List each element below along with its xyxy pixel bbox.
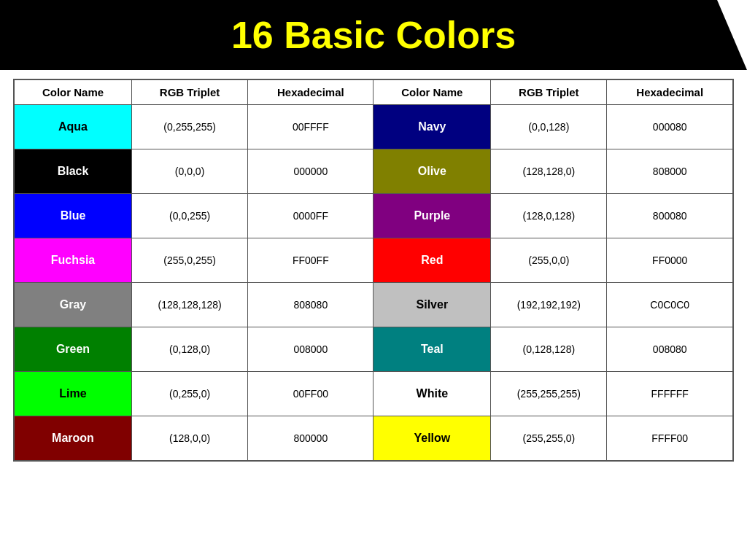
hex-left-4: 808080: [248, 283, 374, 327]
color-name-right-3: Red: [374, 238, 490, 282]
hex-left-7: 800000: [248, 416, 374, 462]
color-cell-left-6: Lime: [14, 372, 132, 416]
rgb-right-6: (255,255,255): [491, 372, 607, 416]
color-cell-right-4: Silver: [374, 283, 491, 327]
col-header-rgb-1: RGB Triplet: [132, 79, 248, 105]
color-cell-right-2: Purple: [374, 194, 491, 238]
col-header-color-name-1: Color Name: [14, 79, 132, 105]
color-name-right-4: Silver: [374, 283, 490, 327]
table-row: Gray(128,128,128)808080Silver(192,192,19…: [14, 283, 733, 327]
hex-right-0: 000080: [607, 105, 733, 149]
color-cell-right-6: White: [374, 372, 491, 416]
hex-left-6: 00FF00: [248, 372, 374, 416]
color-cell-left-3: Fuchsia: [14, 238, 132, 283]
rgb-right-7: (255,255,0): [491, 416, 607, 462]
table-row: Maroon(128,0,0)800000Yellow(255,255,0)FF…: [14, 416, 733, 462]
hex-left-1: 000000: [248, 149, 374, 194]
page-header: 16 Basic Colors: [0, 0, 747, 70]
rgb-left-0: (0,255,255): [132, 105, 248, 149]
rgb-left-5: (0,128,0): [132, 327, 248, 372]
rgb-right-3: (255,0,0): [491, 238, 607, 283]
table-row: Black(0,0,0)000000Olive(128,128,0)808000: [14, 149, 733, 194]
color-cell-left-4: Gray: [14, 283, 132, 327]
table-row: Blue(0,0,255)0000FFPurple(128,0,128)8000…: [14, 194, 733, 238]
color-name-right-2: Purple: [374, 194, 490, 238]
hex-right-6: FFFFFF: [607, 372, 733, 416]
color-name-right-5: Teal: [374, 327, 490, 371]
color-name-left-7: Maroon: [15, 416, 131, 460]
col-header-hex-1: Hexadecimal: [248, 79, 374, 105]
table-container: Color Name RGB Triplet Hexadecimal Color…: [0, 79, 747, 462]
hex-right-5: 008080: [607, 327, 733, 372]
col-header-rgb-2: RGB Triplet: [491, 79, 607, 105]
rgb-right-2: (128,0,128): [491, 194, 607, 238]
rgb-right-5: (0,128,128): [491, 327, 607, 372]
table-header-row: Color Name RGB Triplet Hexadecimal Color…: [14, 79, 733, 105]
rgb-left-4: (128,128,128): [132, 283, 248, 327]
rgb-right-4: (192,192,192): [491, 283, 607, 327]
color-name-left-0: Aqua: [15, 105, 131, 149]
rgb-right-0: (0,0,128): [491, 105, 607, 149]
table-row: Green(0,128,0)008000Teal(0,128,128)00808…: [14, 327, 733, 372]
color-cell-right-0: Navy: [374, 105, 491, 149]
color-cell-left-1: Black: [14, 149, 132, 194]
color-cell-left-2: Blue: [14, 194, 132, 238]
rgb-left-3: (255,0,255): [132, 238, 248, 283]
color-name-left-4: Gray: [15, 283, 131, 327]
hex-right-7: FFFF00: [607, 416, 733, 462]
colors-table: Color Name RGB Triplet Hexadecimal Color…: [13, 79, 734, 462]
table-row: Fuchsia(255,0,255)FF00FFRed(255,0,0)FF00…: [14, 238, 733, 283]
table-row: Lime(0,255,0)00FF00White(255,255,255)FFF…: [14, 372, 733, 416]
color-name-left-5: Green: [15, 327, 131, 371]
color-cell-left-0: Aqua: [14, 105, 132, 149]
color-name-left-3: Fuchsia: [15, 238, 131, 282]
rgb-left-2: (0,0,255): [132, 194, 248, 238]
hex-left-2: 0000FF: [248, 194, 374, 238]
hex-right-3: FF0000: [607, 238, 733, 283]
color-name-right-7: Yellow: [374, 416, 490, 460]
color-cell-right-1: Olive: [374, 149, 491, 194]
color-cell-right-5: Teal: [374, 327, 491, 372]
color-cell-right-7: Yellow: [374, 416, 491, 462]
col-header-hex-2: Hexadecimal: [607, 79, 733, 105]
table-row: Aqua(0,255,255)00FFFFNavy(0,0,128)000080: [14, 105, 733, 149]
color-name-left-1: Black: [15, 149, 131, 193]
color-name-left-2: Blue: [15, 194, 131, 238]
rgb-left-1: (0,0,0): [132, 149, 248, 194]
page-title: 16 Basic Colors: [231, 14, 516, 56]
hex-left-0: 00FFFF: [248, 105, 374, 149]
color-name-right-1: Olive: [374, 149, 490, 193]
color-cell-left-7: Maroon: [14, 416, 132, 462]
rgb-right-1: (128,128,0): [491, 149, 607, 194]
hex-right-2: 800080: [607, 194, 733, 238]
color-name-left-6: Lime: [15, 372, 131, 416]
rgb-left-7: (128,0,0): [132, 416, 248, 462]
color-name-right-0: Navy: [374, 105, 490, 149]
color-name-right-6: White: [374, 372, 490, 416]
col-header-color-name-2: Color Name: [374, 79, 491, 105]
hex-right-4: C0C0C0: [607, 283, 733, 327]
hex-left-3: FF00FF: [248, 238, 374, 283]
rgb-left-6: (0,255,0): [132, 372, 248, 416]
hex-right-1: 808000: [607, 149, 733, 194]
color-cell-left-5: Green: [14, 327, 132, 372]
color-cell-right-3: Red: [374, 238, 491, 283]
hex-left-5: 008000: [248, 327, 374, 372]
